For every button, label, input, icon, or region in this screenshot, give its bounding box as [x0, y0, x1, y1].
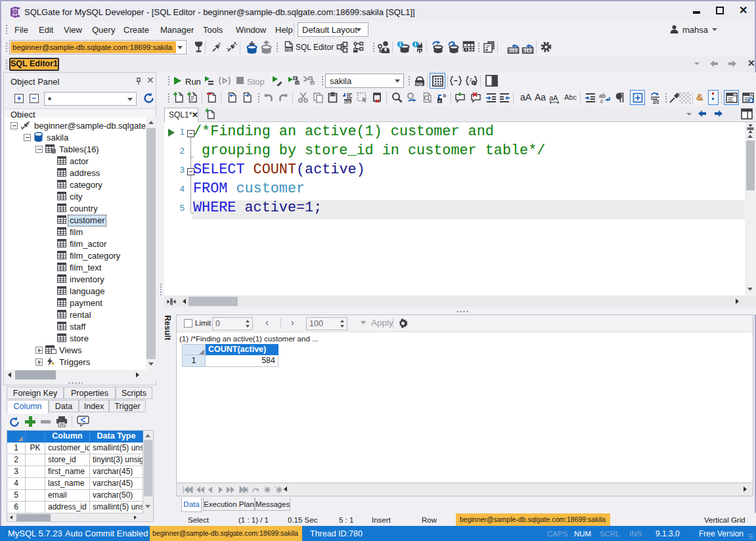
svg-text:SQL: SQL [653, 100, 659, 104]
svg-text:SQL: SQL [285, 47, 293, 51]
svg-text:c: c [600, 98, 604, 104]
svg-text:SQL: SQL [344, 100, 352, 104]
svg-text:SQL: SQL [416, 82, 424, 86]
svg-text:b: b [443, 93, 447, 98]
svg-text:aA: aA [549, 94, 558, 102]
svg-text:0101: 0101 [508, 49, 519, 54]
svg-text:0101: 0101 [523, 49, 533, 54]
